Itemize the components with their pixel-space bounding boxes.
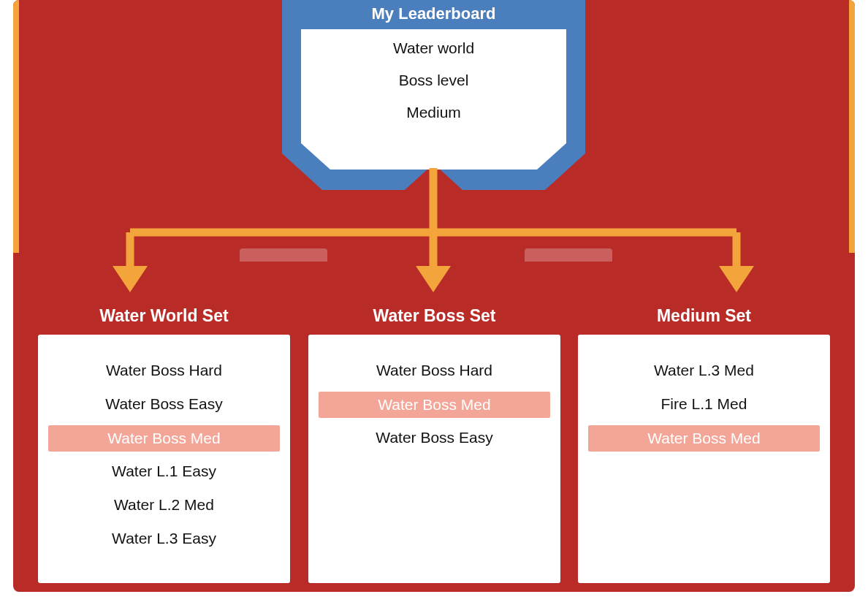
list-item: Water Boss Easy <box>319 425 550 450</box>
list-item: Water L.2 Med <box>48 492 280 517</box>
frame-edge-right <box>849 0 855 253</box>
set-title: Water Boss Set <box>308 303 560 335</box>
list-item: Water L.1 Easy <box>48 459 280 484</box>
list-item-highlight: Water Boss Med <box>319 392 550 418</box>
set-title: Medium Set <box>578 303 830 335</box>
list-item-highlight: Water Boss Med <box>588 425 820 452</box>
leaderboard-badge: My Leaderboard Water world Boss level Me… <box>282 0 585 191</box>
set-title: Water World Set <box>38 303 290 335</box>
leaderboard-attributes: Water world Boss level Medium <box>301 29 566 146</box>
leaderboard-attr: Medium <box>406 104 461 121</box>
leaderboard-attr: Water world <box>393 39 474 57</box>
set-body: Water Boss Hard Water Boss Easy Water Bo… <box>38 335 290 583</box>
tab-stub <box>240 248 327 262</box>
set-body: Water Boss Hard Water Boss Med Water Bos… <box>308 335 560 583</box>
list-item: Water Boss Hard <box>48 358 280 383</box>
set-card-water-world: Water World Set Water Boss Hard Water Bo… <box>38 303 290 581</box>
leaderboard-title: My Leaderboard <box>301 0 566 32</box>
diagram-panel: My Leaderboard Water world Boss level Me… <box>13 0 855 592</box>
list-item: Water L.3 Easy <box>48 526 280 551</box>
set-card-water-boss: Water Boss Set Water Boss Hard Water Bos… <box>308 303 560 581</box>
set-card-medium: Medium Set Water L.3 Med Fire L.1 Med Wa… <box>578 303 830 581</box>
list-item-highlight: Water Boss Med <box>48 425 280 452</box>
list-item: Water L.3 Med <box>588 358 820 383</box>
leaderboard-attr: Boss level <box>399 72 469 89</box>
list-item: Fire L.1 Med <box>588 392 820 416</box>
frame-edge-left <box>13 0 19 253</box>
set-body: Water L.3 Med Fire L.1 Med Water Boss Me… <box>578 335 830 583</box>
list-item: Water Boss Easy <box>48 392 280 416</box>
tab-stub <box>525 248 612 262</box>
list-item: Water Boss Hard <box>319 358 550 383</box>
